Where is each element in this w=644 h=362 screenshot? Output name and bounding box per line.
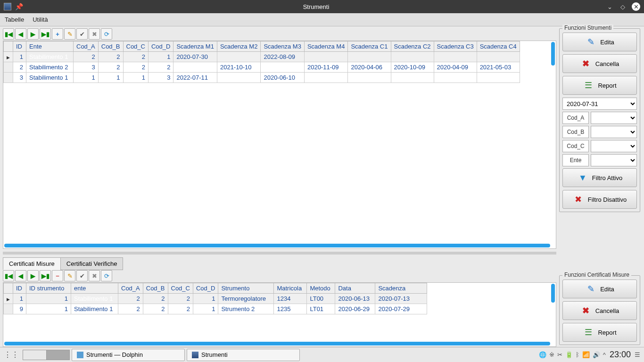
col-scadenza[interactable]: Scadenza xyxy=(375,283,427,294)
close-icon[interactable]: ✕ xyxy=(632,2,640,11)
delete-icon: ✖ xyxy=(580,305,592,316)
pencil-icon: ✎ xyxy=(585,36,596,48)
filter-coda-select[interactable] xyxy=(591,112,637,124)
system-tray[interactable]: 🌐 ※ ✂ 🔋 ᛒ 📶 🔊 ^ xyxy=(539,351,606,358)
col-codc[interactable]: Cod_C xyxy=(168,283,193,294)
refresh-icon[interactable]: ⟳ xyxy=(101,28,112,40)
menu-tabelle[interactable]: Tabelle xyxy=(5,16,24,23)
col-codd[interactable]: Cod_D xyxy=(193,283,218,294)
show-desktop-icon[interactable]: ☰ xyxy=(635,351,640,358)
filter-codc-label: Cod_C xyxy=(562,140,589,152)
filter-codc-select[interactable] xyxy=(591,140,637,152)
main-grid[interactable]: ID Ente Cod_A Cod_B Cod_C Cod_D Scadenza… xyxy=(3,41,556,249)
splitter[interactable] xyxy=(3,252,556,255)
horizontal-scrollbar[interactable] xyxy=(4,244,550,247)
cancel-icon[interactable]: ✖ xyxy=(89,28,100,40)
nav-first-icon[interactable]: ▮◀ xyxy=(3,270,14,281)
table-row[interactable]: 1 Stabilimento 1 2221 2020-07-302022-08-… xyxy=(4,52,520,62)
clock[interactable]: 23:00 xyxy=(610,350,631,360)
table-row[interactable]: 3Stabilimento 1 1113 2022-07-112020-06-1… xyxy=(4,73,520,83)
col-id[interactable]: ID xyxy=(13,283,26,294)
col-data[interactable]: Data xyxy=(335,283,375,294)
confirm-icon[interactable]: ✔ xyxy=(76,270,88,281)
col-coda[interactable]: Cod_A xyxy=(118,283,143,294)
taskbar-item-dolphin[interactable]: Strumenti — Dolphin xyxy=(72,349,185,361)
col-codd[interactable]: Cod_D xyxy=(148,41,173,52)
col-metodo[interactable]: Metodo xyxy=(307,283,335,294)
menu-utilita[interactable]: Utilità xyxy=(33,16,48,23)
report-icon: ☰ xyxy=(583,80,594,91)
edita-button[interactable]: ✎Edita xyxy=(562,33,637,51)
start-menu-icon[interactable]: ⋮⋮ xyxy=(4,350,19,359)
col-c1[interactable]: Scadenza C1 xyxy=(348,41,391,52)
nav-last-icon[interactable]: ▶▮ xyxy=(40,28,51,40)
edit-icon[interactable]: ✎ xyxy=(64,28,75,40)
remove-icon[interactable]: − xyxy=(52,270,63,281)
col-codb[interactable]: Cod_B xyxy=(98,41,123,52)
nav-last-icon[interactable]: ▶▮ xyxy=(40,270,51,281)
col-ente[interactable]: Ente xyxy=(26,41,74,52)
filtro-disattivo-button[interactable]: ✖Filtro Disattivo xyxy=(562,190,637,209)
cert-report-button[interactable]: ☰Report xyxy=(562,323,637,342)
col-m4[interactable]: Scadenza M4 xyxy=(304,41,348,52)
vertical-scrollbar[interactable] xyxy=(551,284,555,303)
col-matricola[interactable]: Matricola xyxy=(274,283,307,294)
filter-date-select[interactable]: 2020-07-31 xyxy=(562,98,637,110)
cancel-icon[interactable]: ✖ xyxy=(89,270,100,281)
col-ente[interactable]: ente xyxy=(71,283,118,294)
chevron-up-icon[interactable]: ^ xyxy=(603,351,606,358)
col-id[interactable]: ID xyxy=(13,41,26,52)
tab-certificati-misure[interactable]: Certificati Misure xyxy=(3,257,61,270)
col-m1[interactable]: Scadenza M1 xyxy=(173,41,217,52)
col-strumento[interactable]: Strumento xyxy=(218,283,274,294)
cancella-button[interactable]: ✖Cancella xyxy=(562,54,637,73)
nav-prev-icon[interactable]: ◀ xyxy=(15,270,26,281)
tab-certificati-verifiche[interactable]: Certificati Verifiche xyxy=(60,257,124,270)
col-m2[interactable]: Scadenza M2 xyxy=(217,41,261,52)
volume-icon[interactable]: 🔊 xyxy=(593,351,600,358)
window-titlebar: 📌 Strumenti ⌄ ◇ ✕ xyxy=(0,0,644,13)
cert-edita-button[interactable]: ✎Edita xyxy=(562,280,637,298)
col-c2[interactable]: Scadenza C2 xyxy=(391,41,434,52)
col-m3[interactable]: Scadenza M3 xyxy=(261,41,305,52)
nav-next-icon[interactable]: ▶ xyxy=(27,28,39,40)
nav-next-icon[interactable]: ▶ xyxy=(27,270,39,281)
edit-icon[interactable]: ✎ xyxy=(64,270,75,281)
horizontal-scrollbar[interactable] xyxy=(4,342,550,346)
clipboard-icon[interactable]: ✂ xyxy=(557,351,562,358)
minimize-icon[interactable]: ⌄ xyxy=(605,2,614,11)
globe-icon[interactable]: 🌐 xyxy=(539,351,546,358)
col-c3[interactable]: Scadenza C3 xyxy=(434,41,477,52)
filter-ente-select[interactable] xyxy=(591,154,637,166)
sync-icon[interactable]: ※ xyxy=(549,351,554,358)
filter-ente-label: Ente xyxy=(562,154,589,166)
taskbar-item-app[interactable]: Strumenti xyxy=(187,349,300,361)
add-icon[interactable]: + xyxy=(52,28,63,40)
col-coda[interactable]: Cod_A xyxy=(74,41,99,52)
battery-icon[interactable]: 🔋 xyxy=(565,351,573,358)
desktop-pager[interactable] xyxy=(23,350,70,360)
cert-grid[interactable]: ID ID strumento ente Cod_A Cod_B Cod_C C… xyxy=(3,282,556,347)
col-codc[interactable]: Cod_C xyxy=(123,41,148,52)
groupbox-title: Funzioni Strumenti xyxy=(562,25,613,31)
table-row[interactable]: 2Stabilimento 2 3222 2021-10-102020-11-0… xyxy=(4,62,520,73)
wifi-icon[interactable]: 📶 xyxy=(582,351,590,358)
col-c4[interactable]: Scadenza C4 xyxy=(477,41,520,52)
pin-icon[interactable]: 📌 xyxy=(15,3,23,10)
col-codb[interactable]: Cod_B xyxy=(143,283,168,294)
table-row[interactable]: 11 Stabilimento 1 2221 Termoregolatore12… xyxy=(4,294,427,304)
col-idstr[interactable]: ID strumento xyxy=(26,283,71,294)
nav-prev-icon[interactable]: ◀ xyxy=(15,28,26,40)
refresh-icon[interactable]: ⟳ xyxy=(101,270,112,281)
cert-cancella-button[interactable]: ✖Cancella xyxy=(562,301,637,320)
maximize-icon[interactable]: ◇ xyxy=(619,2,627,11)
filtro-attivo-button[interactable]: ▼Filtro Attivo xyxy=(562,168,637,187)
confirm-icon[interactable]: ✔ xyxy=(76,28,88,40)
filter-codb-label: Cod_B xyxy=(562,126,589,138)
vertical-scrollbar[interactable] xyxy=(551,42,555,66)
report-button[interactable]: ☰Report xyxy=(562,76,637,95)
filter-codb-select[interactable] xyxy=(591,126,637,138)
bluetooth-icon[interactable]: ᛒ xyxy=(576,351,579,358)
nav-first-icon[interactable]: ▮◀ xyxy=(3,28,14,40)
table-row[interactable]: 91 Stabilimento 1 2221 Strumento 21235LT… xyxy=(4,304,427,314)
